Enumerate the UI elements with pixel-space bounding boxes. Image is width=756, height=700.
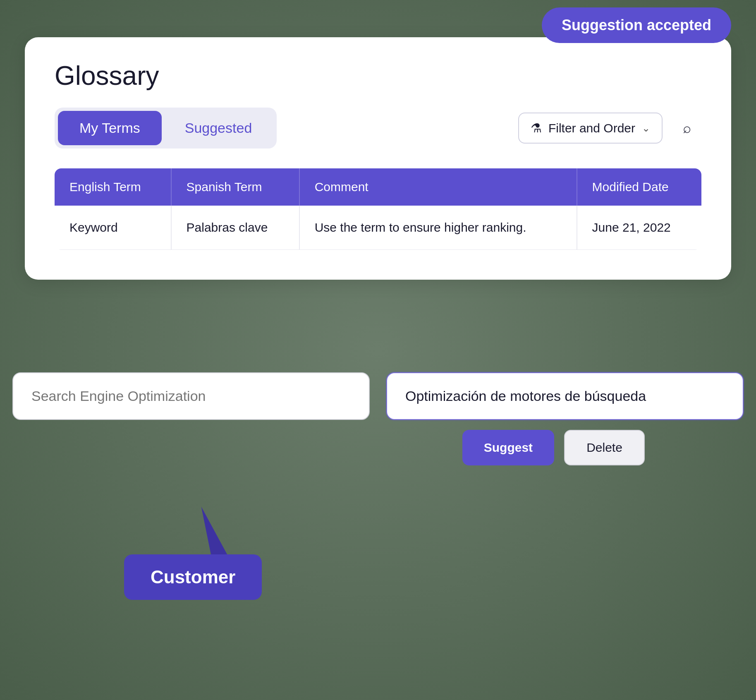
spanish-term-input[interactable] xyxy=(386,372,744,420)
cell-modified: June 21, 2022 xyxy=(577,206,701,250)
col-english-term: English Term xyxy=(55,168,171,206)
filter-icon: ⚗ xyxy=(531,121,542,135)
cell-spanish: Palabras clave xyxy=(171,206,299,250)
page-title: Glossary xyxy=(55,60,701,91)
tabs-container: My Terms Suggested xyxy=(55,108,277,149)
table-row: Keyword Palabras clave Use the term to e… xyxy=(55,206,701,250)
button-row: Suggest Delete xyxy=(364,430,744,465)
customer-tag: Customer xyxy=(124,554,262,600)
suggest-button[interactable]: Suggest xyxy=(462,430,554,465)
cell-comment: Use the term to ensure higher ranking. xyxy=(299,206,577,250)
glossary-card: Glossary My Terms Suggested ⚗ Filter and… xyxy=(25,37,731,280)
col-spanish-term: Spanish Term xyxy=(171,168,299,206)
search-icon: ⌕ xyxy=(683,120,691,136)
filter-dropdown[interactable]: ⚗ Filter and Order ⌄ xyxy=(518,113,663,144)
search-button[interactable]: ⌕ xyxy=(672,114,701,143)
input-row xyxy=(12,372,744,420)
table-header-row: English Term Spanish Term Comment Modifi… xyxy=(55,168,701,206)
filter-group: ⚗ Filter and Order ⌄ ⌕ xyxy=(518,113,701,144)
cell-english: Keyword xyxy=(55,206,171,250)
col-comment: Comment xyxy=(299,168,577,206)
col-modified-date: Modified Date xyxy=(577,168,701,206)
tab-suggested[interactable]: Suggested xyxy=(163,111,274,145)
filter-label: Filter and Order xyxy=(548,121,635,135)
input-section: Suggest Delete xyxy=(12,372,744,465)
glossary-table: English Term Spanish Term Comment Modifi… xyxy=(55,168,701,250)
english-term-input[interactable] xyxy=(12,372,370,420)
delete-button[interactable]: Delete xyxy=(564,430,645,465)
tabs-filter-row: My Terms Suggested ⚗ Filter and Order ⌄ … xyxy=(55,108,701,149)
tab-my-terms[interactable]: My Terms xyxy=(58,111,162,145)
chevron-down-icon: ⌄ xyxy=(642,122,650,134)
suggestion-toast: Suggestion accepted xyxy=(542,7,731,43)
